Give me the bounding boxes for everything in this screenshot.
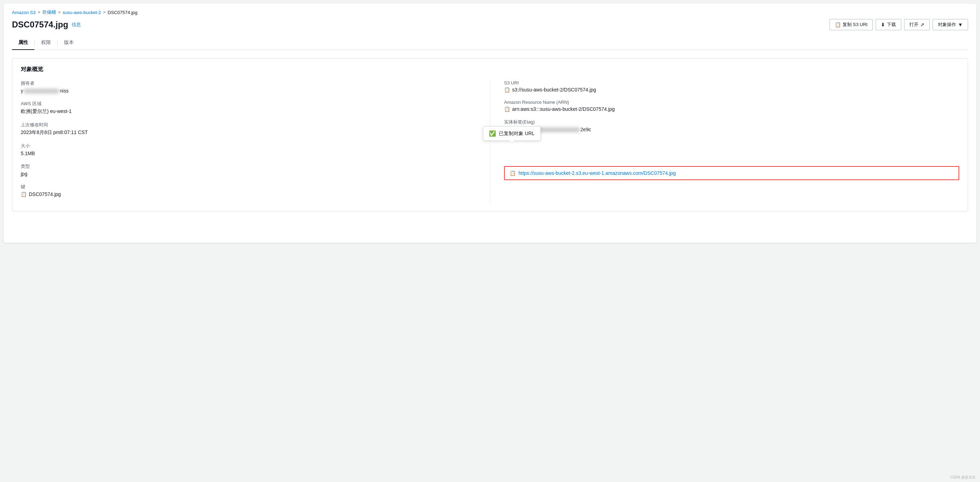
tab-attributes[interactable]: 属性 <box>12 36 35 50</box>
details-grid: 拥有者 yniss AWS 区域 欧洲(爱尔兰) eu-west-1 上次修改时… <box>21 80 959 204</box>
arn-label: Amazon Resource Name (ARN) <box>504 100 959 105</box>
etag-value-row: 📋 58eb8ea4b2e9c <box>504 127 959 132</box>
last-modified-value: 2023年8月8日 pm8:07:11 CST <box>21 129 476 136</box>
s3-uri-value: s3://susu-aws-bucket-2/DSC07574.jpg <box>512 87 596 93</box>
breadcrumb-sep-2: > <box>58 10 60 15</box>
url-highlight-section: 📋 https://susu-aws-bucket-2.s3.eu-west-1… <box>504 166 959 180</box>
arn-value: arn:aws:s3:::susu-aws-bucket-2/DSC07574.… <box>512 106 615 112</box>
copy-s3-uri-label: 复制 S3 URI <box>843 21 868 28</box>
open-external-icon: ⇗ <box>920 22 924 27</box>
key-value: DSC07574.jpg <box>29 192 61 197</box>
url-copy-icon[interactable]: 📋 <box>510 170 515 176</box>
size-field: 大小 5.1MB <box>21 143 476 156</box>
s3-uri-copy-icon[interactable]: 📋 <box>504 87 510 93</box>
tabs-row: 属性 权限 版本 <box>12 36 968 50</box>
object-actions-label: 对象操作 <box>938 21 956 28</box>
key-copy-icon[interactable]: 📋 <box>21 192 27 197</box>
arn-copy-icon[interactable]: 📋 <box>504 106 510 112</box>
download-button[interactable]: ⬇ 下载 <box>876 19 901 30</box>
download-label: 下载 <box>887 21 896 28</box>
info-link[interactable]: 信息 <box>72 21 81 28</box>
tab-versions[interactable]: 版本 <box>58 36 80 50</box>
title-group: DSC07574.jpg 信息 <box>12 20 81 30</box>
details-right: S3 URI 📋 s3://susu-aws-bucket-2/DSC07574… <box>490 80 959 204</box>
download-icon: ⬇ <box>881 22 885 27</box>
etag-field: 实体标签(Etag) 📋 58eb8ea4b2e9c <box>504 119 959 132</box>
size-value: 5.1MB <box>21 151 476 156</box>
breadcrumb-sep-3: > <box>103 10 105 15</box>
open-label: 打开 <box>909 21 918 28</box>
region-value: 欧洲(爱尔兰) eu-west-1 <box>21 109 476 115</box>
s3-uri-value-row: 📋 s3://susu-aws-bucket-2/DSC07574.jpg <box>504 87 959 93</box>
last-modified-label: 上次修改时间 <box>21 122 476 128</box>
dropdown-arrow-icon: ▼ <box>958 22 963 27</box>
region-label: AWS 区域 <box>21 101 476 107</box>
breadcrumb-bucket-name[interactable]: susu-aws-bucket-2 <box>62 10 101 15</box>
s3-uri-label: S3 URI <box>504 80 959 86</box>
section-title: 对象概览 <box>21 66 959 73</box>
breadcrumb: Amazon S3 > 存储桶 > susu-aws-bucket-2 > DS… <box>12 9 968 16</box>
breadcrumb-sep-1: > <box>38 10 40 15</box>
details-left: 拥有者 yniss AWS 区域 欧洲(爱尔兰) eu-west-1 上次修改时… <box>21 80 490 204</box>
breadcrumb-buckets[interactable]: 存储桶 <box>42 9 56 16</box>
type-value: jpg <box>21 171 476 177</box>
owner-label: 拥有者 <box>21 80 476 86</box>
type-label: 类型 <box>21 163 476 169</box>
breadcrumb-current: DSC07574.jpg <box>108 10 137 15</box>
key-label: 键 <box>21 184 476 190</box>
arn-value-row: 📋 arn:aws:s3:::susu-aws-bucket-2/DSC0757… <box>504 106 959 112</box>
page-title: DSC07574.jpg <box>12 20 68 30</box>
copied-tooltip: ✅ 已复制对象 URL <box>483 126 541 141</box>
tooltip-text: 已复制对象 URL <box>499 131 535 137</box>
copy-s3-uri-button[interactable]: 📋 复制 S3 URI <box>830 19 873 30</box>
region-field: AWS 区域 欧洲(爱尔兰) eu-west-1 <box>21 101 476 115</box>
watermark: CSDN @@无言- <box>950 475 977 480</box>
s3-uri-field: S3 URI 📋 s3://susu-aws-bucket-2/DSC07574… <box>504 80 959 93</box>
owner-field: 拥有者 yniss <box>21 80 476 94</box>
object-url-link[interactable]: https://susu-aws-bucket-2.s3.eu-west-1.a… <box>519 170 676 176</box>
size-label: 大小 <box>21 143 476 149</box>
breadcrumb-amazon-s3[interactable]: Amazon S3 <box>12 10 35 15</box>
key-value-row: 📋 DSC07574.jpg <box>21 192 476 197</box>
action-buttons: 📋 复制 S3 URI ⬇ 下载 打开 ⇗ 对象操作 ▼ <box>830 19 968 30</box>
check-icon: ✅ <box>489 130 496 137</box>
main-content: 对象概览 拥有者 yniss AWS 区域 欧洲(爱尔兰) eu-west-1 <box>3 50 977 220</box>
type-field: 类型 jpg <box>21 163 476 177</box>
owner-value: yniss <box>21 88 476 94</box>
title-row: DSC07574.jpg 信息 📋 复制 S3 URI ⬇ 下载 打开 ⇗ 对象… <box>12 19 968 30</box>
key-field: 键 📋 DSC07574.jpg <box>21 184 476 197</box>
last-modified-field: 上次修改时间 2023年8月8日 pm8:07:11 CST <box>21 122 476 136</box>
tab-permissions[interactable]: 权限 <box>35 36 57 50</box>
object-overview-card: 对象概览 拥有者 yniss AWS 区域 欧洲(爱尔兰) eu-west-1 <box>12 58 968 211</box>
open-button[interactable]: 打开 ⇗ <box>904 19 930 30</box>
object-actions-button[interactable]: 对象操作 ▼ <box>932 19 968 30</box>
copy-s3-uri-icon: 📋 <box>835 22 841 27</box>
arn-field: Amazon Resource Name (ARN) 📋 arn:aws:s3:… <box>504 100 959 112</box>
url-highlight-box: 📋 https://susu-aws-bucket-2.s3.eu-west-1… <box>504 166 959 180</box>
etag-label: 实体标签(Etag) <box>504 119 959 125</box>
